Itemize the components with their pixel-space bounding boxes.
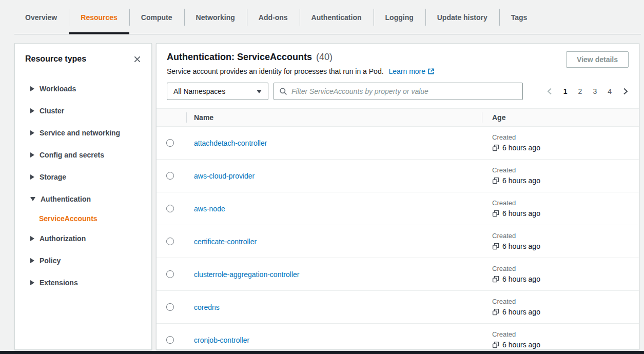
sidebar-item-config-and-secrets[interactable]: Config and secrets <box>30 144 151 166</box>
copy-icon[interactable] <box>492 144 499 151</box>
sidebar-item-label: Extensions <box>40 279 78 287</box>
page-number-2[interactable]: 2 <box>578 87 582 95</box>
sidebar-item-extensions[interactable]: Extensions <box>30 271 151 293</box>
age-cell: Created 6 hours ago <box>482 331 639 349</box>
sidebar-item-label: Authentication <box>41 195 91 203</box>
age-cell: Created 6 hours ago <box>482 200 639 218</box>
sidebar-item-storage[interactable]: Storage <box>30 166 151 188</box>
name-cell: aws-node <box>186 205 482 213</box>
copy-icon[interactable] <box>492 210 499 217</box>
page-number-3[interactable]: 3 <box>593 87 597 95</box>
sidebar-item-cluster[interactable]: Cluster <box>30 100 151 122</box>
pagination: 1 2 3 4 <box>547 87 629 95</box>
tab-networking[interactable]: Networking <box>184 0 247 34</box>
panel-header: View details Authentication: ServiceAcco… <box>157 44 639 100</box>
namespace-filter-dropdown[interactable]: All Namespaces <box>167 83 268 100</box>
age-value: 6 hours ago <box>502 275 540 283</box>
copy-icon[interactable] <box>492 177 499 184</box>
sidebar-item-service-and-networking[interactable]: Service and networking <box>30 122 151 144</box>
row-radio-button[interactable] <box>166 303 174 311</box>
row-radio-button[interactable] <box>166 336 174 344</box>
row-radio-button[interactable] <box>166 172 174 180</box>
tab-authentication[interactable]: Authentication <box>300 0 374 34</box>
service-account-link[interactable]: aws-cloud-provider <box>194 172 255 180</box>
sidebar-item-label: Workloads <box>40 85 76 93</box>
copy-icon[interactable] <box>492 308 499 316</box>
search-icon <box>279 87 287 95</box>
age-value: 6 hours ago <box>502 144 540 152</box>
age-value: 6 hours ago <box>502 341 540 349</box>
tab-tags[interactable]: Tags <box>499 0 539 34</box>
page-number-1[interactable]: 1 <box>563 87 568 95</box>
service-account-link[interactable]: attachdetach-controller <box>194 139 267 147</box>
row-radio-button[interactable] <box>166 238 174 245</box>
sidebar-item-label: ServiceAccounts <box>39 214 97 223</box>
filter-row: All Namespaces 1 2 3 4 <box>167 83 629 100</box>
table-row: attachdetach-controller Created 6 hours … <box>157 127 639 160</box>
page-number-4[interactable]: 4 <box>608 87 612 95</box>
select-column-header <box>157 109 186 126</box>
service-account-link[interactable]: clusterrole-aggregation-controller <box>194 270 299 279</box>
tab-add-ons[interactable]: Add-ons <box>247 0 300 34</box>
next-page-button[interactable] <box>622 88 629 95</box>
sidebar-item-authorization[interactable]: Authorization <box>30 227 151 249</box>
row-radio-button[interactable] <box>166 270 174 278</box>
learn-more-link[interactable]: Learn more <box>388 67 435 75</box>
previous-page-button[interactable] <box>547 88 553 95</box>
row-radio-button[interactable] <box>166 205 174 212</box>
table-header: Name Age <box>157 108 639 127</box>
chevron-down-icon <box>257 90 262 93</box>
radio-cell <box>157 238 186 245</box>
table-row: certificate-controller Created 6 hours a… <box>157 225 639 258</box>
window-edge-bar <box>0 351 644 354</box>
name-cell: clusterrole-aggregation-controller <box>186 270 482 279</box>
copy-icon[interactable] <box>492 243 499 250</box>
service-account-link[interactable]: cronjob-controller <box>194 336 249 344</box>
service-accounts-table: Name Age attachdetach-controller Created… <box>157 108 639 350</box>
copy-icon[interactable] <box>492 341 499 348</box>
age-cell: Created 6 hours ago <box>482 167 639 185</box>
resource-types-header: Resource types <box>15 44 151 65</box>
created-label: Created <box>492 265 639 272</box>
tab-logging[interactable]: Logging <box>374 0 425 34</box>
created-label: Created <box>492 134 639 141</box>
age-value: 6 hours ago <box>502 242 540 250</box>
copy-icon[interactable] <box>492 276 499 283</box>
name-cell: certificate-controller <box>186 238 482 246</box>
tab-overview[interactable]: Overview <box>13 0 69 34</box>
resource-count: (40) <box>316 52 333 63</box>
name-cell: cronjob-controller <box>186 336 482 344</box>
radio-cell <box>157 172 186 180</box>
caret-right-icon <box>30 280 34 285</box>
sidebar-item-policy[interactable]: Policy <box>30 249 151 271</box>
caret-right-icon <box>30 86 34 91</box>
view-details-button[interactable]: View details <box>566 51 629 68</box>
radio-cell <box>157 303 186 311</box>
tab-resources[interactable]: Resources <box>69 0 129 34</box>
radio-cell <box>157 270 186 278</box>
tab-compute[interactable]: Compute <box>129 0 184 34</box>
sidebar-item-workloads[interactable]: Workloads <box>30 77 151 100</box>
row-radio-button[interactable] <box>166 139 174 147</box>
service-account-link[interactable]: aws-node <box>194 205 225 213</box>
resource-types-panel: Resource types Workloads Cluster Service… <box>14 43 152 350</box>
tab-bar: Overview Resources Compute Networking Ad… <box>0 0 644 34</box>
search-box <box>274 83 523 100</box>
table-row: coredns Created 6 hours ago <box>157 291 639 324</box>
age-value: 6 hours ago <box>502 209 540 218</box>
search-input[interactable] <box>291 87 517 95</box>
name-cell: attachdetach-controller <box>186 139 482 147</box>
sidebar-item-authentication[interactable]: Authentication <box>30 188 151 210</box>
age-cell: Created 6 hours ago <box>482 298 639 316</box>
service-account-link[interactable]: coredns <box>194 303 220 311</box>
sidebar-item-serviceaccounts[interactable]: ServiceAccounts <box>30 210 151 227</box>
sidebar-item-label: Policy <box>40 257 61 265</box>
sidebar-item-label: Authorization <box>40 234 86 243</box>
tab-update-history[interactable]: Update history <box>425 0 499 34</box>
name-cell: aws-cloud-provider <box>186 172 482 180</box>
close-icon[interactable] <box>131 53 143 65</box>
radio-cell <box>157 139 186 147</box>
learn-more-label: Learn more <box>388 67 425 75</box>
sidebar-item-label: Storage <box>40 173 66 181</box>
service-account-link[interactable]: certificate-controller <box>194 238 257 246</box>
